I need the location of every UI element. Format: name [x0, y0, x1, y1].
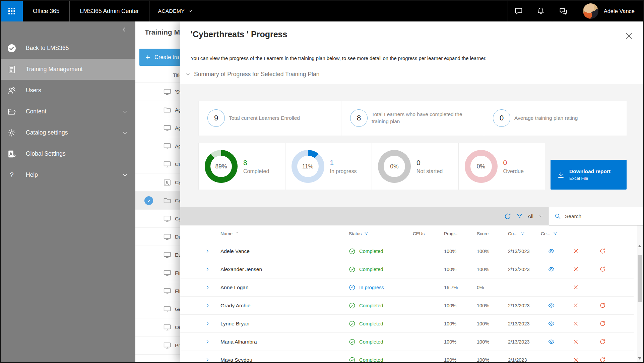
- completion-date-cell: 2/13/2023: [508, 321, 541, 326]
- lms365-admin-center-link[interactable]: LMS365 Admin Center: [70, 1, 149, 21]
- remove-learner-icon[interactable]: [573, 357, 579, 362]
- sidebar-item[interactable]: Content: [1, 101, 135, 122]
- stat-value-circle: 0: [493, 109, 510, 127]
- expand-learner-button[interactable]: [180, 303, 220, 308]
- chevron-down-icon[interactable]: [122, 130, 128, 136]
- donut-row: 89% 8 Completed 11% 1: [198, 143, 545, 190]
- summary-section: 9 Total current Learners Enrolled 8 Tota…: [180, 84, 643, 207]
- retake-cell: [590, 302, 615, 309]
- stat-item: 0 Average training plan rating: [484, 101, 627, 136]
- scroll-down-arrow[interactable]: [638, 357, 641, 360]
- view-certificate-icon[interactable]: [548, 266, 555, 273]
- scroll-up-arrow[interactable]: [638, 245, 641, 247]
- remove-learner-icon[interactable]: [573, 339, 579, 345]
- completion-date-column-header[interactable]: Co...: [508, 231, 541, 236]
- expand-learner-button[interactable]: [180, 267, 220, 272]
- office-365-link[interactable]: Office 365: [23, 1, 70, 21]
- app-launcher-button[interactable]: [1, 1, 23, 21]
- expand-learner-button[interactable]: [180, 249, 220, 254]
- view-certificate-icon[interactable]: [548, 338, 555, 345]
- chevron-right-icon: [205, 321, 210, 326]
- summary-toggle[interactable]: Summary of Progress for Selected Trainin…: [185, 71, 319, 78]
- retake-icon[interactable]: [599, 320, 606, 327]
- expand-learner-button[interactable]: [180, 321, 220, 326]
- chevron-down-icon[interactable]: [122, 109, 128, 115]
- filter-icon[interactable]: [520, 231, 525, 236]
- ceus-column-header[interactable]: CEUs: [413, 231, 444, 236]
- remove-cell: [562, 248, 590, 254]
- remove-learner-icon[interactable]: [573, 248, 579, 254]
- expand-learner-button[interactable]: [180, 357, 220, 362]
- name-header-label: Name: [220, 231, 233, 236]
- sidebar-item[interactable]: Global Settings: [1, 143, 135, 164]
- training-type-icon: [163, 251, 171, 259]
- score-column-header[interactable]: Score: [477, 231, 508, 236]
- chevron-down-icon[interactable]: [122, 172, 128, 178]
- chevron-down-icon[interactable]: [538, 214, 543, 218]
- scrollbar-thumb[interactable]: [638, 255, 642, 302]
- progress-column-header[interactable]: Progr...: [444, 231, 477, 236]
- donut-card: 0% 0 Overdue: [458, 143, 545, 190]
- notifications-button[interactable]: [530, 1, 552, 21]
- panel-description: You can view the progress of the Learner…: [191, 56, 487, 61]
- learner-row: Alexander Jensen Completed 100% 100% 2/1…: [180, 260, 634, 278]
- account-menu[interactable]: Adele Vance: [574, 1, 643, 21]
- score-cell: 0%: [477, 285, 508, 290]
- sidebar-item[interactable]: Help: [1, 164, 135, 186]
- learner-name: Maria Alhambra: [220, 339, 349, 345]
- feedback-icon: [559, 7, 568, 16]
- remove-learner-icon[interactable]: [573, 321, 579, 326]
- sidebar-item[interactable]: Training Management: [1, 59, 135, 80]
- learner-row: Lynne Bryan Completed 100% 100% 2/13/202…: [180, 315, 634, 333]
- expand-learner-button[interactable]: [180, 285, 220, 290]
- chat-button[interactable]: [508, 1, 530, 21]
- retake-icon[interactable]: [599, 339, 606, 345]
- status-cell: Completed: [349, 266, 413, 273]
- filter-icon[interactable]: [553, 231, 558, 236]
- score-cell: 100%: [477, 339, 508, 345]
- remove-cell: [562, 339, 590, 345]
- learner-name: Grady Archie: [220, 303, 349, 309]
- sidebar-collapse-button[interactable]: [121, 26, 127, 33]
- table-scrollbar[interactable]: [637, 225, 643, 362]
- retake-icon[interactable]: [599, 357, 606, 362]
- bell-icon: [536, 7, 545, 15]
- filter-value[interactable]: All: [528, 213, 533, 219]
- remove-learner-icon[interactable]: [573, 303, 579, 308]
- sidebar-item-icon: [7, 43, 17, 53]
- remove-cell: [562, 266, 590, 272]
- status-label: In progress: [359, 285, 384, 290]
- donut-value: 8: [243, 159, 269, 167]
- remove-learner-icon[interactable]: [573, 266, 579, 272]
- certificate-cell: [541, 320, 562, 327]
- sidebar: Back to LMS365 Training Management Users: [1, 21, 135, 362]
- retake-icon[interactable]: [599, 302, 606, 309]
- certificate-column-header[interactable]: Ce...: [541, 231, 562, 236]
- refresh-button[interactable]: [504, 213, 511, 220]
- search-input[interactable]: [565, 213, 635, 219]
- download-report-button[interactable]: Download report Excel File: [551, 160, 627, 190]
- academy-dropdown[interactable]: ACADEMY: [149, 1, 201, 21]
- donut-card: 0% 0 Not started: [372, 143, 458, 190]
- view-certificate-icon[interactable]: [548, 302, 555, 309]
- retake-icon[interactable]: [599, 248, 606, 254]
- name-column-header[interactable]: Name: [220, 231, 349, 236]
- remove-learner-icon[interactable]: [573, 284, 579, 290]
- stat-label: Total current Learners Enrolled: [229, 115, 300, 122]
- sidebar-item[interactable]: Catalog settings: [1, 122, 135, 143]
- feedback-button[interactable]: [552, 1, 574, 21]
- panel-title: 'Cyberthreats ' Progress: [191, 30, 287, 39]
- expand-learner-button[interactable]: [180, 339, 220, 344]
- topbar-spacer: [201, 1, 508, 21]
- sidebar-item[interactable]: Users: [1, 80, 135, 101]
- status-column-header[interactable]: Status: [349, 231, 413, 236]
- status-header-label: Status: [349, 231, 362, 236]
- retake-icon[interactable]: [599, 266, 606, 272]
- view-certificate-icon[interactable]: [548, 320, 555, 327]
- sidebar-item[interactable]: Back to LMS365: [1, 38, 135, 59]
- close-icon[interactable]: [625, 32, 633, 40]
- filter-icon[interactable]: [364, 231, 369, 236]
- filter-icon[interactable]: [516, 213, 523, 219]
- academy-label: ACADEMY: [158, 8, 185, 14]
- view-certificate-icon[interactable]: [548, 248, 555, 255]
